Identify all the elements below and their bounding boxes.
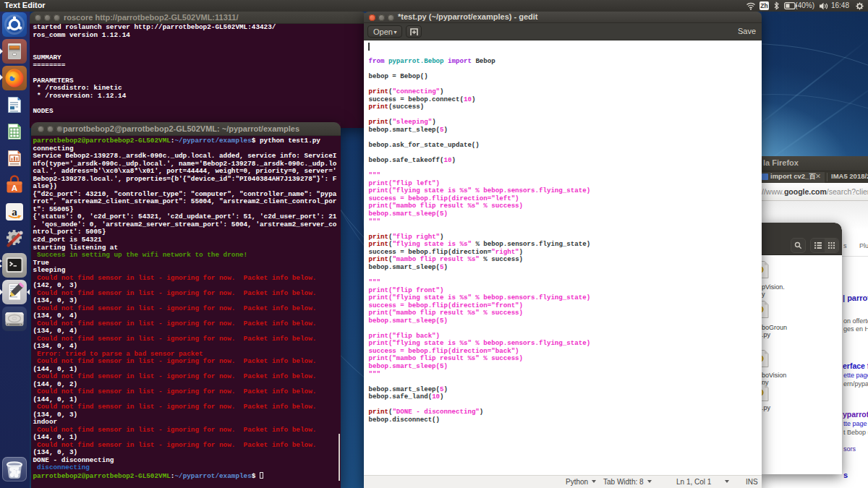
svg-text:A: A: [12, 184, 17, 192]
svg-text:a: a: [12, 206, 17, 218]
